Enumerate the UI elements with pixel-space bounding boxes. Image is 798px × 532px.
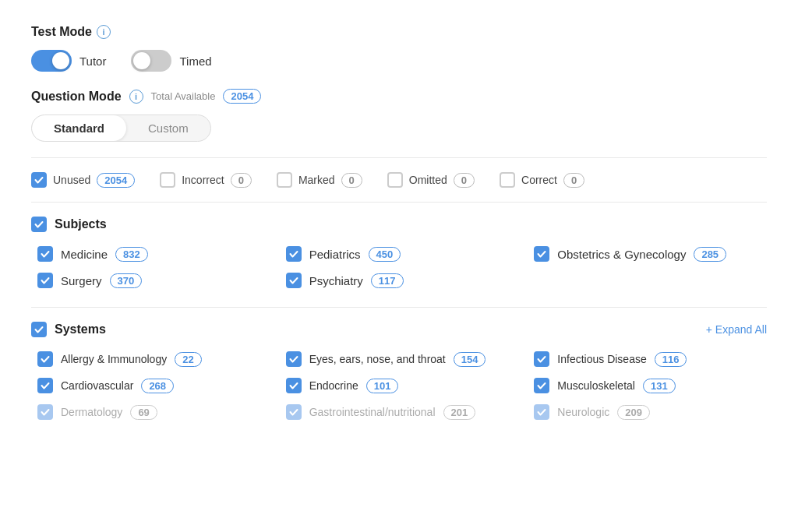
system-cardiovascular: Cardiovascular 268 — [37, 378, 270, 393]
medicine-checkbox[interactable] — [37, 246, 53, 262]
incorrect-label: Incorrect — [182, 174, 224, 186]
correct-checkbox[interactable] — [500, 172, 515, 188]
pediatrics-count: 450 — [369, 247, 401, 262]
filter-correct: Correct 0 — [500, 172, 584, 188]
surgery-checkbox[interactable] — [37, 273, 53, 288]
filter-incorrect: Incorrect 0 — [160, 172, 252, 188]
subjects-title: Subjects — [55, 217, 107, 231]
tutor-toggle[interactable] — [31, 50, 72, 72]
eyes-label: Eyes, ears, nose, and throat — [309, 353, 446, 365]
obgyn-count: 285 — [694, 247, 726, 262]
unused-checkbox[interactable] — [31, 172, 47, 188]
divider-3 — [31, 307, 767, 308]
medicine-label: Medicine — [61, 248, 108, 261]
gastrointestinal-checkbox[interactable] — [286, 404, 302, 420]
system-musculoskeletal: Musculoskeletal 131 — [534, 378, 767, 393]
musculoskeletal-label: Musculoskeletal — [557, 379, 635, 392]
omitted-checkbox[interactable] — [387, 172, 403, 188]
eyes-checkbox[interactable] — [286, 351, 302, 367]
gastrointestinal-count: 201 — [443, 405, 476, 420]
psychiatry-label: Psychiatry — [309, 274, 363, 287]
psychiatry-count: 117 — [371, 273, 404, 288]
question-mode-info-icon[interactable]: i — [129, 90, 143, 104]
psychiatry-checkbox[interactable] — [286, 273, 302, 288]
endocrine-count: 101 — [366, 379, 399, 393]
subjects-grid: Medicine 832 Pediatrics 450 Obstetrics &… — [37, 246, 767, 288]
divider-1 — [31, 157, 767, 158]
correct-count: 0 — [563, 173, 584, 188]
pediatrics-checkbox[interactable] — [286, 246, 302, 262]
marked-checkbox[interactable] — [277, 172, 292, 188]
endocrine-checkbox[interactable] — [286, 378, 302, 393]
infectious-checkbox[interactable] — [534, 351, 549, 367]
obgyn-label: Obstetrics & Gynecology — [557, 248, 686, 261]
medicine-count: 832 — [115, 247, 148, 262]
dermatology-checkbox[interactable] — [37, 404, 53, 420]
timed-toggle[interactable] — [131, 50, 171, 72]
question-mode-header: Question Mode i Total Available 2054 — [31, 89, 767, 104]
filter-unused: Unused 2054 — [31, 172, 135, 188]
tutor-toggle-item: Tutor — [31, 50, 106, 72]
subjects-checkbox[interactable] — [31, 217, 47, 232]
musculoskeletal-checkbox[interactable] — [534, 378, 549, 393]
neurologic-count: 209 — [617, 405, 650, 420]
cardiovascular-label: Cardiovascular — [61, 379, 133, 392]
obgyn-checkbox[interactable] — [534, 246, 549, 262]
divider-2 — [31, 202, 767, 203]
subjects-section: Subjects Medicine 832 Pediatrics 450 Obs… — [31, 217, 767, 288]
test-mode-section: Test Mode i Tutor Timed — [31, 25, 767, 72]
unused-label: Unused — [53, 174, 90, 186]
system-eyes: Eyes, ears, nose, and throat 154 — [286, 351, 519, 367]
system-gastrointestinal: Gastrointestinal/nutritional 201 — [286, 404, 519, 420]
tutor-label: Tutor — [79, 55, 106, 68]
infectious-count: 116 — [655, 352, 687, 367]
question-mode-section: Question Mode i Total Available 2054 Sta… — [31, 89, 767, 142]
question-mode-title: Question Mode — [31, 90, 122, 104]
pediatrics-label: Pediatrics — [309, 248, 361, 261]
systems-title: Systems — [55, 322, 106, 336]
total-available-badge: 2054 — [223, 89, 261, 104]
standard-mode-button[interactable]: Standard — [32, 115, 126, 141]
mode-switcher: Standard Custom — [31, 115, 211, 142]
test-mode-label: Test Mode — [31, 25, 92, 39]
marked-label: Marked — [298, 174, 335, 186]
timed-toggle-item: Timed — [131, 50, 211, 72]
custom-mode-button[interactable]: Custom — [126, 115, 210, 141]
subject-medicine: Medicine 832 — [37, 246, 270, 262]
dermatology-count: 69 — [130, 405, 157, 420]
total-available-label: Total Available — [151, 90, 216, 102]
systems-header-left: Systems — [31, 322, 106, 337]
neurologic-checkbox[interactable] — [534, 404, 549, 420]
allergy-checkbox[interactable] — [37, 351, 53, 367]
test-mode-info-icon[interactable]: i — [97, 25, 111, 39]
subject-surgery: Surgery 370 — [37, 273, 270, 288]
cardiovascular-checkbox[interactable] — [37, 378, 53, 393]
subject-pediatrics: Pediatrics 450 — [286, 246, 519, 262]
infectious-label: Infectious Disease — [557, 353, 646, 365]
allergy-count: 22 — [175, 352, 201, 367]
systems-checkbox[interactable] — [31, 322, 47, 337]
systems-header-row: Systems + Expand All — [31, 322, 767, 337]
musculoskeletal-count: 131 — [643, 379, 676, 393]
endocrine-label: Endocrine — [309, 379, 358, 392]
incorrect-checkbox[interactable] — [160, 172, 175, 188]
filter-row: Unused 2054 Incorrect 0 Marked 0 Omitted… — [31, 172, 767, 188]
surgery-count: 370 — [110, 273, 143, 288]
expand-all-button[interactable]: + Expand All — [706, 323, 767, 336]
system-allergy: Allergy & Immunology 22 — [37, 351, 270, 367]
gastrointestinal-label: Gastrointestinal/nutritional — [309, 406, 436, 418]
cardiovascular-count: 268 — [141, 379, 174, 393]
systems-grid: Allergy & Immunology 22 Eyes, ears, nose… — [37, 351, 767, 420]
allergy-label: Allergy & Immunology — [61, 353, 167, 365]
subject-obgyn: Obstetrics & Gynecology 285 — [534, 246, 767, 262]
system-neurologic: Neurologic 209 — [534, 404, 767, 420]
timed-label: Timed — [179, 55, 211, 68]
subject-psychiatry: Psychiatry 117 — [286, 273, 519, 288]
eyes-count: 154 — [454, 352, 486, 367]
dermatology-label: Dermatology — [61, 406, 122, 418]
marked-count: 0 — [341, 173, 362, 188]
test-mode-title: Test Mode i — [31, 25, 767, 39]
system-infectious: Infectious Disease 116 — [534, 351, 767, 367]
neurologic-label: Neurologic — [557, 406, 609, 418]
filter-marked: Marked 0 — [277, 172, 362, 188]
